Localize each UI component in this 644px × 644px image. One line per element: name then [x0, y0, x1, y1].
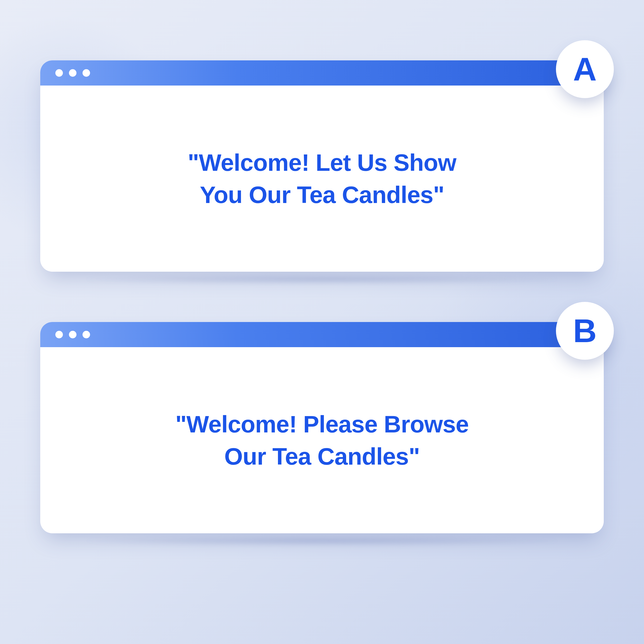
- variant-badge-a: A: [556, 40, 614, 98]
- browser-window-a: "Welcome! Let Us Show You Our Tea Candle…: [40, 60, 604, 272]
- message-line-2: You Our Tea Candles": [200, 181, 444, 208]
- window-shadow: [85, 274, 559, 284]
- variant-a-group: "Welcome! Let Us Show You Our Tea Candle…: [40, 60, 604, 272]
- badge-label: B: [573, 312, 597, 350]
- traffic-light-dot-icon: [55, 331, 63, 338]
- traffic-light-dot-icon: [69, 69, 76, 77]
- window-body: "Welcome! Please Browse Our Tea Candles": [40, 347, 604, 533]
- message-line-1: "Welcome! Let Us Show: [188, 149, 456, 176]
- welcome-message-a: "Welcome! Let Us Show You Our Tea Candle…: [188, 146, 456, 211]
- badge-label: A: [573, 50, 597, 88]
- window-shadow: [85, 536, 559, 546]
- window-titlebar: [40, 322, 604, 347]
- traffic-light-dot-icon: [83, 69, 90, 77]
- traffic-light-dot-icon: [83, 331, 90, 338]
- welcome-message-b: "Welcome! Please Browse Our Tea Candles": [175, 408, 469, 473]
- browser-window-b: "Welcome! Please Browse Our Tea Candles": [40, 322, 604, 533]
- message-line-2: Our Tea Candles": [224, 443, 420, 470]
- comparison-container: "Welcome! Let Us Show You Our Tea Candle…: [0, 0, 644, 644]
- window-titlebar: [40, 60, 604, 86]
- traffic-light-dot-icon: [55, 69, 63, 77]
- message-line-1: "Welcome! Please Browse: [175, 411, 469, 437]
- variant-badge-b: B: [556, 302, 614, 360]
- traffic-light-dot-icon: [69, 331, 76, 338]
- window-body: "Welcome! Let Us Show You Our Tea Candle…: [40, 86, 604, 272]
- variant-b-group: "Welcome! Please Browse Our Tea Candles"…: [40, 322, 604, 533]
